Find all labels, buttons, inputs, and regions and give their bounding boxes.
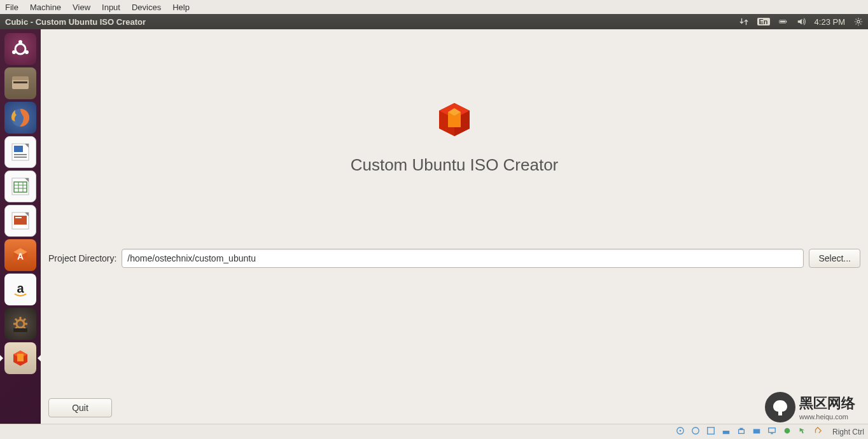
svg-rect-28 — [13, 328, 27, 332]
sound-icon[interactable] — [797, 17, 806, 26]
svg-rect-10 — [12, 76, 29, 80]
clock[interactable]: 4:23 PM — [815, 17, 845, 27]
ubuntu-dash-icon[interactable] — [4, 33, 36, 65]
watermark: 黑区网络 www.heiqu.com — [765, 392, 855, 422]
libreoffice-impress-icon[interactable] — [4, 205, 36, 237]
vbox-shared-folder-icon — [752, 426, 761, 437]
vbox-host-key-label: Right Ctrl — [832, 428, 864, 436]
menu-file[interactable]: File — [5, 3, 18, 12]
vbox-display-icon — [767, 426, 776, 437]
menu-devices[interactable]: Devices — [132, 3, 161, 12]
watermark-logo-icon — [765, 392, 795, 422]
svg-rect-1 — [786, 21, 787, 22]
vbox-audio-icon — [706, 426, 715, 437]
vbox-network-icon — [722, 426, 731, 437]
svg-point-5 — [18, 40, 22, 44]
virtualbox-statusbar: Right Ctrl — [0, 424, 868, 439]
vbox-mouse-integration-icon — [798, 426, 807, 437]
select-button[interactable]: Select... — [809, 249, 860, 268]
app-logo-area: Custom Ubuntu ISO Creator — [41, 99, 868, 175]
panel-indicators: En 4:23 PM — [739, 17, 863, 27]
watermark-url: www.heiqu.com — [799, 413, 855, 421]
quit-button[interactable]: Quit — [48, 398, 112, 417]
vbox-host-key-icon — [813, 426, 822, 437]
svg-rect-14 — [14, 154, 27, 155]
svg-text:a: a — [17, 281, 24, 295]
menu-machine[interactable]: Machine — [30, 3, 61, 12]
svg-rect-8 — [12, 79, 29, 89]
firefox-icon[interactable] — [4, 102, 36, 134]
svg-point-6 — [12, 50, 16, 54]
vbox-hdd-icon — [676, 426, 685, 437]
svg-point-31 — [692, 428, 699, 435]
svg-rect-15 — [14, 157, 27, 158]
libreoffice-writer-icon[interactable] — [4, 136, 36, 168]
svg-rect-35 — [739, 428, 743, 430]
project-directory-input[interactable] — [122, 249, 804, 268]
menu-input[interactable]: Input — [102, 3, 120, 12]
menu-help[interactable]: Help — [172, 3, 190, 12]
watermark-text: 黑区网络 — [799, 394, 855, 413]
svg-rect-33 — [723, 431, 730, 434]
svg-point-7 — [25, 50, 29, 54]
svg-rect-37 — [769, 428, 776, 433]
window-title: Cubic - Custom Ubuntu ISO Creator — [5, 17, 739, 27]
svg-rect-32 — [708, 428, 715, 435]
gear-icon[interactable] — [854, 17, 863, 26]
battery-icon[interactable] — [779, 17, 788, 26]
libreoffice-calc-icon[interactable] — [4, 171, 36, 202]
svg-rect-24 — [15, 217, 22, 218]
cubic-window: Custom Ubuntu ISO Creator Project Direct… — [41, 29, 868, 424]
svg-point-27 — [17, 320, 24, 328]
cubic-app-icon[interactable] — [4, 342, 36, 374]
svg-rect-13 — [14, 146, 23, 152]
svg-rect-38 — [771, 433, 773, 435]
svg-text:A: A — [17, 251, 24, 261]
vbox-recording-icon — [783, 426, 792, 437]
project-directory-row: Project Directory: Select... — [48, 249, 860, 268]
svg-point-39 — [785, 428, 790, 434]
ubuntu-software-icon[interactable]: A — [4, 239, 36, 271]
menu-view[interactable]: View — [73, 3, 90, 12]
svg-point-4 — [15, 44, 25, 54]
vbox-usb-icon — [737, 426, 746, 437]
vbox-optical-icon — [691, 426, 700, 437]
svg-rect-9 — [13, 81, 27, 83]
files-icon[interactable] — [4, 67, 36, 99]
project-directory-label: Project Directory: — [48, 253, 116, 263]
svg-rect-2 — [780, 21, 785, 22]
ubuntu-top-panel: Cubic - Custom Ubuntu ISO Creator En 4:2… — [0, 14, 868, 29]
app-title: Custom Ubuntu ISO Creator — [41, 155, 868, 175]
keyboard-layout-icon[interactable]: En — [757, 18, 770, 25]
svg-rect-36 — [753, 429, 760, 433]
unity-launcher: A a — [0, 29, 41, 424]
cubic-logo-icon — [431, 99, 477, 145]
system-settings-icon[interactable] — [4, 308, 36, 340]
svg-point-3 — [857, 20, 860, 23]
svg-point-30 — [680, 430, 682, 432]
svg-rect-34 — [739, 429, 745, 433]
amazon-icon[interactable]: a — [4, 274, 36, 305]
network-icon[interactable] — [739, 17, 748, 26]
virtualbox-menubar: File Machine View Input Devices Help — [0, 0, 868, 14]
